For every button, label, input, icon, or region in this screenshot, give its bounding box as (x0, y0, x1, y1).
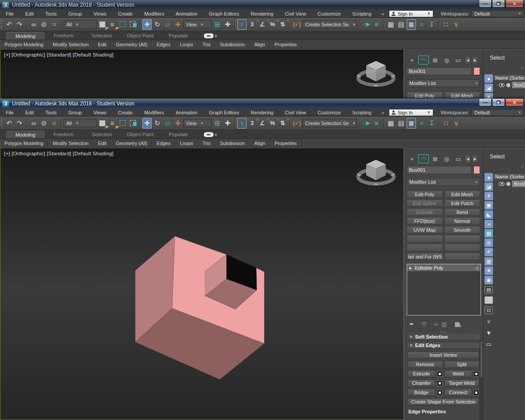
bones-filter-icon[interactable]: ✐ (485, 248, 493, 256)
sign-in-dropdown[interactable]: Sign In ▼ (389, 10, 433, 17)
list-view-icon[interactable]: ▤ (485, 286, 493, 294)
ribbon-tab[interactable]: Selection (83, 32, 121, 40)
modifier-list-dropdown[interactable]: Modifier List ▾ (407, 178, 480, 186)
minimize-button[interactable]: — (479, 99, 492, 106)
menu-item[interactable]: Scripting (347, 10, 377, 17)
name-column-header[interactable]: Name (Sorted A (493, 74, 525, 81)
menu-item[interactable]: Group (62, 10, 88, 17)
lights-filter-icon[interactable]: ☀ (485, 93, 493, 99)
isolate-selection-icon[interactable]: ∷ (441, 118, 451, 129)
explorer-overflow-chevron[interactable]: » (521, 65, 523, 70)
menu-item[interactable]: File (0, 109, 20, 116)
select-and-place-icon[interactable]: ✛ (173, 19, 182, 30)
ribbon-toggle-icon[interactable]: ▦ (407, 118, 416, 129)
blank-swatch-icon[interactable] (485, 296, 493, 304)
selection-filter-dropdown[interactable]: All ▾ (64, 20, 97, 28)
mirror-icon[interactable]: ◁▶ (362, 19, 371, 30)
modifier-button[interactable] (444, 244, 481, 251)
shapes-filter-icon[interactable]: ◪ (485, 182, 493, 191)
modifier-list-dropdown[interactable]: Modifier List ▾ (407, 79, 480, 87)
select-object-icon[interactable] (97, 19, 107, 30)
modifier-button[interactable] (444, 253, 481, 260)
use-pivot-center-icon[interactable]: ⊞ (213, 19, 222, 30)
modifier-button[interactable]: Edit Poly (407, 190, 443, 198)
menu-item[interactable]: Civil View (279, 10, 311, 17)
configure-modifier-sets-icon[interactable]: ▦✎ (454, 321, 460, 327)
minimize-button[interactable]: — (479, 0, 492, 8)
stack-item-editable-poly[interactable]: ▶ Editable Poly ◁ (407, 264, 481, 272)
display-tab-icon[interactable]: ▭ (453, 154, 464, 163)
select-and-manipulate-icon[interactable]: ✚ (223, 19, 232, 30)
menu-overflow-chevron[interactable]: » (382, 11, 384, 16)
ribbon-tab[interactable]: Freeform (44, 131, 83, 138)
menu-item[interactable]: Customize (312, 10, 347, 17)
menu-item[interactable]: Modifiers (138, 109, 170, 116)
ribbon-group-button[interactable]: Edges (152, 139, 175, 147)
menu-item[interactable]: Modifiers (138, 10, 170, 17)
ribbon-tab[interactable]: Object Paint (121, 32, 159, 40)
bridge-button[interactable]: Bridge (408, 389, 436, 396)
named-selection-dropdown[interactable]: Create Selection Se ▾ (303, 119, 357, 127)
menu-item[interactable]: Views (88, 109, 112, 116)
rollout-scrollbar[interactable] (480, 340, 483, 420)
connect-settings-icon[interactable] (473, 390, 479, 396)
ribbon-group-button[interactable]: Align (250, 139, 270, 147)
ribbon-group-button[interactable]: Subdivision (215, 40, 250, 48)
helpers-filter-icon[interactable]: ◣ (485, 210, 493, 219)
display-tab-icon[interactable]: ▭ (453, 56, 464, 65)
menu-item[interactable]: Group (62, 109, 88, 116)
menu-item[interactable]: Create (112, 10, 138, 17)
spinner-snap-icon[interactable]: ⇅∩ (278, 118, 287, 129)
modifier-button[interactable]: Edit Poly (407, 92, 443, 99)
menu-item[interactable]: Animation (170, 10, 203, 17)
curve-editor-icon[interactable]: ≈ (417, 118, 426, 129)
chamfer-button[interactable]: Chamfer (408, 380, 436, 387)
ribbon-group-button[interactable]: Modify Selection (48, 139, 93, 147)
create-tab-icon[interactable]: + (407, 154, 417, 163)
render-setup-icon[interactable]: ↧ (427, 19, 436, 30)
motion-tab-icon[interactable]: ◎ (441, 154, 452, 163)
scene-object-row[interactable]: Box0 (493, 180, 525, 188)
panel-next-icon[interactable]: ▶ (472, 155, 478, 163)
containers-filter-icon[interactable]: ▥ (485, 257, 493, 266)
modifier-button[interactable]: Bend (444, 208, 481, 216)
ribbon-tab[interactable]: Modeling (6, 32, 44, 40)
menu-item[interactable]: Views (88, 10, 112, 17)
pin-stack-tool-icon[interactable]: ✒ (409, 321, 414, 327)
render-frame-icon[interactable]: ∨ (452, 19, 461, 30)
mirror-icon[interactable]: ◁▶ (362, 118, 371, 129)
target-weld-button[interactable]: Target Weld (444, 380, 480, 387)
select-and-link-icon[interactable]: ∞ (29, 19, 38, 30)
ribbon-group-button[interactable]: Modify Selection (48, 40, 93, 48)
ribbon-tab[interactable]: Freeform (44, 32, 83, 40)
use-pivot-center-icon[interactable]: ⊞ (213, 118, 222, 129)
menu-item[interactable]: Customize (312, 109, 347, 116)
menu-item[interactable]: Animation (170, 109, 203, 116)
modifier-button[interactable]: UVW Map (407, 226, 443, 234)
modifier-button[interactable]: FFD(box) (407, 217, 443, 225)
ribbon-group-button[interactable]: Loops (175, 40, 198, 48)
workspace-dropdown[interactable]: Default ▾ (471, 10, 524, 17)
align-icon[interactable]: ≡ (372, 118, 381, 129)
ribbon-tab[interactable]: Modeling (6, 131, 44, 138)
insert-vertex-button[interactable]: Insert Vertex (408, 351, 479, 359)
object-name-field[interactable]: Box001 (407, 166, 472, 174)
panel-prev-icon[interactable]: ◀ (465, 155, 471, 163)
angle-snap-icon[interactable]: ∠∩ (258, 118, 267, 129)
viewcube[interactable] (355, 57, 397, 91)
visibility-eye-icon[interactable] (499, 182, 505, 186)
redo-icon[interactable]: ↷ (15, 118, 24, 129)
pin-stack-icon[interactable]: ◁ (475, 266, 478, 271)
snap-toggle-3d-icon[interactable]: 3∩ (247, 19, 257, 30)
menu-item[interactable]: Edit (20, 109, 40, 116)
select-and-manipulate-icon[interactable]: ✚ (223, 118, 232, 129)
menu-item[interactable]: Scripting (347, 109, 377, 116)
chamfer-settings-icon[interactable] (437, 380, 443, 386)
modifier-button[interactable]: Edit Spline (407, 199, 443, 207)
ribbon-group-button[interactable]: Loops (175, 139, 198, 147)
remove-button[interactable]: Remove (408, 361, 443, 368)
viewport[interactable]: [+] [Orthographic] [Standard] [Default S… (0, 49, 404, 99)
container-tray-icon[interactable]: ▭ (485, 340, 493, 348)
object-name-chip[interactable]: Box0 (512, 181, 525, 187)
object-name-chip[interactable]: Box0 (512, 82, 525, 88)
